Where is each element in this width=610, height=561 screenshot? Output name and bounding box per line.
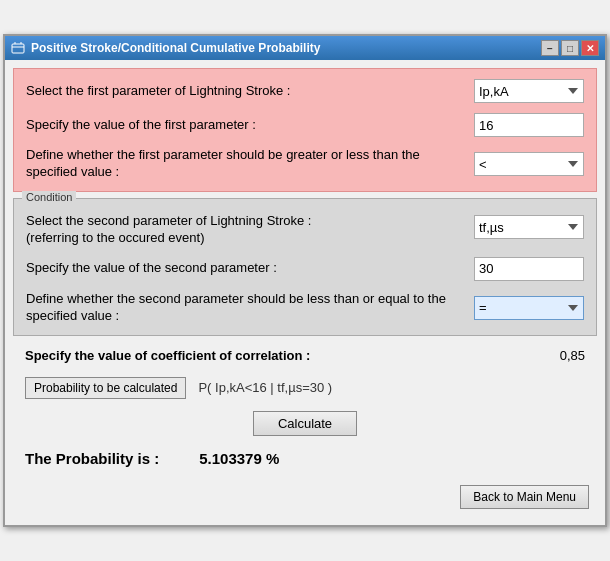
comparison2-row: Define whether the second parameter shou… — [26, 291, 584, 325]
value1-label: Specify the value of the first parameter… — [26, 117, 474, 134]
calculate-button[interactable]: Calculate — [253, 411, 357, 436]
param1-select[interactable]: Ip,kA tf,µs th,µs — [474, 79, 584, 103]
param2-label: Select the second parameter of Lightning… — [26, 213, 474, 247]
probability-formula: P( Ip,kA<16 | tf,µs=30 ) — [198, 380, 332, 395]
title-bar-buttons: − □ ✕ — [541, 40, 599, 56]
value2-input[interactable] — [474, 257, 584, 281]
main-window: Positive Stroke/Conditional Cumulative P… — [3, 34, 607, 526]
result-value: 5.103379 % — [199, 450, 279, 467]
window-title: Positive Stroke/Conditional Cumulative P… — [31, 41, 320, 55]
content-area: Select the first parameter of Lightning … — [5, 60, 605, 524]
comparison2-select[interactable]: = < > ≤ ≥ — [474, 296, 584, 320]
coefficient-row: Specify the value of coefficient of corr… — [13, 344, 597, 367]
value2-row: Specify the value of the second paramete… — [26, 257, 584, 281]
condition-section: Condition Select the second parameter of… — [13, 198, 597, 336]
pink-section: Select the first parameter of Lightning … — [13, 68, 597, 192]
result-label: The Probability is : — [25, 450, 159, 467]
comparison1-select[interactable]: < > = ≤ ≥ — [474, 152, 584, 176]
title-bar: Positive Stroke/Conditional Cumulative P… — [5, 36, 605, 60]
param1-row: Select the first parameter of Lightning … — [26, 79, 584, 103]
value1-row: Specify the value of the first parameter… — [26, 113, 584, 137]
probability-button[interactable]: Probability to be calculated — [25, 377, 186, 399]
param2-select[interactable]: tf,µs Ip,kA th,µs — [474, 215, 584, 239]
probability-row: Probability to be calculated P( Ip,kA<16… — [13, 373, 597, 403]
value1-input[interactable] — [474, 113, 584, 137]
back-to-main-button[interactable]: Back to Main Menu — [460, 485, 589, 509]
condition-legend: Condition — [22, 191, 76, 203]
calculate-row: Calculate — [13, 411, 597, 436]
result-row: The Probability is : 5.103379 % — [13, 446, 597, 471]
coefficient-value: 0,85 — [560, 348, 585, 363]
comparison1-label: Define whether the first parameter shoul… — [26, 147, 474, 181]
param2-row: Select the second parameter of Lightning… — [26, 213, 584, 247]
close-button[interactable]: ✕ — [581, 40, 599, 56]
footer-bar: Back to Main Menu — [13, 481, 597, 517]
comparison1-row: Define whether the first parameter shoul… — [26, 147, 584, 181]
title-bar-left: Positive Stroke/Conditional Cumulative P… — [11, 41, 320, 55]
app-icon — [11, 41, 25, 55]
svg-rect-0 — [12, 44, 24, 53]
minimize-button[interactable]: − — [541, 40, 559, 56]
comparison2-label: Define whether the second parameter shou… — [26, 291, 474, 325]
coefficient-label: Specify the value of coefficient of corr… — [25, 348, 310, 363]
value2-label: Specify the value of the second paramete… — [26, 260, 474, 277]
param1-label: Select the first parameter of Lightning … — [26, 83, 474, 100]
maximize-button[interactable]: □ — [561, 40, 579, 56]
